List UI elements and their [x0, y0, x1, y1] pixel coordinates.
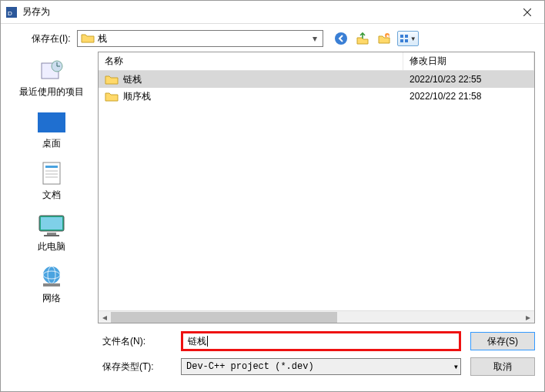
filetype-value: Dev-C++ project (*.dev) — [186, 361, 314, 372]
cell-date: 2022/10/22 21:58 — [403, 91, 534, 102]
svg-rect-22 — [41, 217, 62, 230]
close-icon — [523, 8, 531, 16]
close-button[interactable] — [510, 1, 544, 24]
folder-icon — [105, 74, 119, 85]
recent-icon — [36, 58, 67, 84]
column-name[interactable]: 名称 — [99, 52, 403, 70]
lookin-combo[interactable]: 栈 ▾ — [77, 30, 323, 47]
back-button[interactable] — [333, 30, 349, 47]
saveas-dialog: D 另存为 保存在(I): 栈 ▾ — [0, 0, 545, 392]
desktop-icon — [36, 109, 67, 136]
filetype-label: 保存类型(T): — [102, 360, 172, 374]
sidebar-item-label: 桌面 — [42, 137, 61, 150]
filename-input[interactable]: 链栈 — [181, 331, 461, 351]
sidebar-item-label: 最近使用的项目 — [19, 85, 84, 99]
svg-rect-24 — [44, 235, 59, 236]
svg-point-4 — [335, 32, 347, 45]
save-button[interactable]: 保存(S) — [470, 332, 535, 350]
file-name: 顺序栈 — [123, 90, 151, 103]
lookin-label: 保存在(I): — [32, 32, 71, 45]
list-header: 名称 修改日期 — [99, 52, 534, 71]
svg-text:D: D — [8, 10, 12, 17]
sidebar-item-documents[interactable]: 文档 — [10, 158, 93, 205]
cell-name: 链栈 — [99, 73, 403, 86]
table-row[interactable]: 顺序栈2022/10/22 21:58 — [99, 88, 534, 105]
svg-rect-15 — [38, 112, 65, 132]
computer-icon — [36, 213, 67, 239]
filename-label: 文件名(N): — [102, 335, 172, 348]
file-list: 名称 修改日期 链栈2022/10/23 22:55顺序栈2022/10/22 … — [98, 52, 535, 323]
folder-icon — [105, 91, 119, 102]
cell-date: 2022/10/23 22:55 — [403, 74, 534, 85]
views-icon — [400, 34, 409, 43]
column-date[interactable]: 修改日期 — [403, 52, 534, 70]
titlebar: D 另存为 — [1, 1, 544, 24]
svg-text:★: ★ — [386, 34, 390, 39]
svg-rect-10 — [405, 39, 408, 42]
svg-rect-8 — [405, 35, 408, 38]
up-button[interactable] — [354, 30, 371, 47]
cell-name: 顺序栈 — [99, 90, 403, 103]
scroll-right-icon: ▸ — [522, 312, 534, 323]
sidebar-item-label: 文档 — [42, 189, 61, 202]
file-name: 链栈 — [123, 73, 142, 86]
sidebar-item-desktop[interactable]: 桌面 — [10, 106, 93, 153]
bottom-form: 文件名(N): 链栈 保存(S) 保存类型(T): Dev-C++ projec… — [10, 331, 535, 382]
app-icon: D — [5, 6, 18, 18]
new-folder-button[interactable]: ★ — [376, 30, 393, 47]
svg-rect-7 — [400, 35, 403, 38]
documents-icon — [36, 161, 67, 187]
svg-rect-9 — [400, 39, 403, 42]
horizontal-scrollbar[interactable]: ◂ ▸ — [99, 310, 534, 323]
sidebar-item-recent[interactable]: 最近使用的项目 — [10, 55, 93, 102]
svg-rect-28 — [43, 283, 60, 286]
lookin-value: 栈 — [98, 32, 309, 45]
chevron-down-icon: ▾ — [453, 361, 459, 373]
folder-icon — [81, 32, 95, 45]
scroll-thumb[interactable] — [111, 312, 337, 323]
views-button[interactable]: ▼ — [397, 31, 419, 46]
lookin-row: 保存在(I): 栈 ▾ ★ ▼ — [10, 30, 535, 47]
svg-point-25 — [43, 266, 60, 283]
list-body[interactable]: 链栈2022/10/23 22:55顺序栈2022/10/22 21:58 — [99, 71, 534, 310]
sidebar-item-network[interactable]: 网络 — [10, 261, 93, 308]
table-row[interactable]: 链栈2022/10/23 22:55 — [99, 71, 534, 88]
scroll-left-icon: ◂ — [99, 312, 111, 323]
filename-value: 链栈 — [188, 335, 206, 348]
sidebar-item-thispc[interactable]: 此电脑 — [10, 209, 93, 256]
chevron-down-icon: ▼ — [410, 35, 416, 42]
cancel-button[interactable]: 取消 — [470, 357, 535, 376]
svg-rect-17 — [45, 166, 58, 168]
network-icon — [36, 264, 67, 290]
filetype-combo[interactable]: Dev-C++ project (*.dev) ▾ — [181, 358, 461, 375]
chevron-down-icon: ▾ — [309, 32, 321, 45]
nav-toolbar: ★ ▼ — [329, 30, 419, 47]
sidebar-item-label: 此电脑 — [38, 240, 65, 253]
sidebar-item-label: 网络 — [42, 292, 61, 305]
text-caret — [207, 336, 208, 347]
svg-rect-23 — [47, 233, 56, 235]
title-text: 另存为 — [22, 5, 50, 18]
places-sidebar: 最近使用的项目 桌面 文档 — [10, 52, 93, 323]
